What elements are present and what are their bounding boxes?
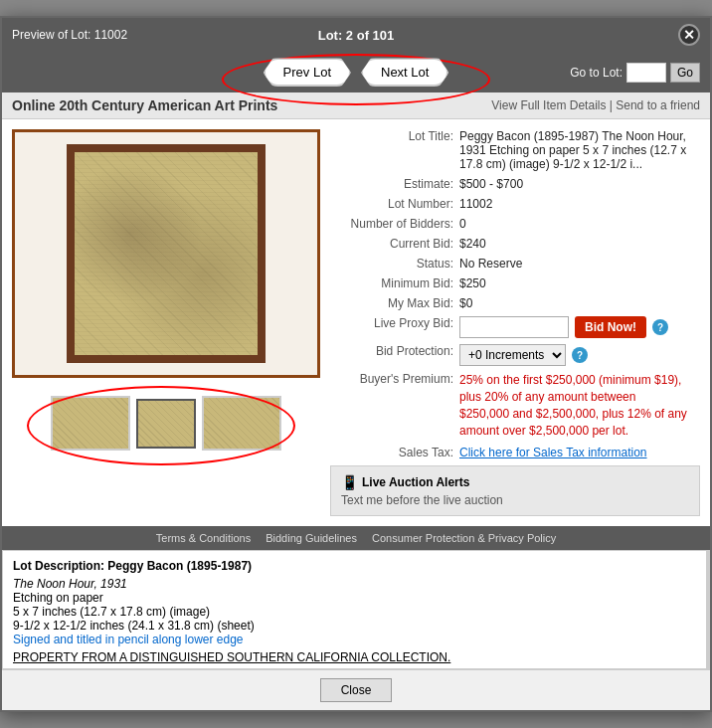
phone-icon: 📱 (341, 474, 358, 490)
status-row: Status: No Reserve (330, 257, 700, 271)
estimate-label: Estimate: (330, 177, 459, 191)
go-to-lot-section: Go to Lot: Go (570, 63, 700, 83)
lot-title-label: Lot Title: (330, 129, 459, 143)
estimate-row: Estimate: $500 - $700 (330, 177, 700, 191)
lot-counter: Lot: 2 of 101 (318, 28, 395, 43)
lot-image (67, 144, 266, 363)
lot-number-row: Lot Number: 11002 (330, 197, 700, 211)
protection-label: Bid Protection: (330, 344, 459, 358)
status-label: Status: (330, 257, 459, 271)
lot-title-value: Peggy Bacon (1895-1987) The Noon Hour, 1… (459, 129, 700, 171)
close-bar: Close (2, 669, 710, 710)
premium-label: Buyer's Premium: (330, 372, 459, 386)
view-full-link[interactable]: View Full Item Details (491, 98, 606, 112)
premium-row: Buyer's Premium: 25% on the first $250,0… (330, 372, 700, 439)
sales-tax-row: Sales Tax: Click here for Sales Tax info… (330, 446, 700, 459)
thumbnail-3[interactable] (202, 396, 281, 451)
current-bid-value: $240 (459, 237, 486, 251)
main-content: Lot Title: Peggy Bacon (1895-1987) The N… (2, 119, 710, 525)
premium-value: 25% on the first $250,000 (minimum $19),… (459, 372, 688, 439)
protection-help-icon[interactable]: ? (572, 347, 588, 363)
image-panel (12, 129, 320, 515)
bidders-row: Number of Bidders: 0 (330, 217, 700, 231)
lot-desc-line3: 5 x 7 inches (12.7 x 17.8 cm) (image) (13, 605, 696, 619)
current-bid-label: Current Bid: (330, 237, 459, 251)
sales-tax-label: Sales Tax: (330, 446, 459, 459)
nav-bar: Prev Lot Next Lot Go to Lot: Go (2, 52, 710, 92)
bid-now-button[interactable]: Bid Now! (575, 316, 646, 338)
modal-header: Preview of Lot: 11002 Lot: 2 of 101 ✕ (2, 18, 710, 52)
prev-lot-button[interactable]: Prev Lot (264, 58, 351, 87)
thumb-image-2 (138, 401, 194, 447)
estimate-value: $500 - $700 (459, 177, 523, 191)
close-button[interactable]: ✕ (678, 24, 700, 46)
close-button-bottom[interactable]: Close (320, 678, 393, 702)
lot-desc-line6: PROPERTY FROM A DISTINGUISHED SOUTHERN C… (13, 650, 696, 664)
max-bid-label: My Max Bid: (330, 296, 459, 310)
status-value: No Reserve (459, 257, 522, 271)
sub-header-links: View Full Item Details | Send to a frien… (491, 98, 700, 112)
lot-title-row: Lot Title: Peggy Bacon (1895-1987) The N… (330, 129, 700, 171)
details-panel: Lot Title: Peggy Bacon (1895-1987) The N… (330, 129, 700, 515)
min-bid-label: Minimum Bid: (330, 276, 459, 290)
lot-desc-line5: Signed and titled in pencil along lower … (13, 633, 696, 646)
alerts-box: 📱 Live Auction Alerts Text me before the… (330, 465, 700, 516)
lot-description: Lot Description: Peggy Bacon (1895-1987)… (2, 550, 710, 669)
alerts-title: 📱 Live Auction Alerts (341, 474, 689, 490)
proxy-bid-input[interactable] (459, 316, 569, 338)
lot-desc-title: Lot Description: Peggy Bacon (1895-1987) (13, 559, 696, 573)
max-bid-row: My Max Bid: $0 (330, 296, 700, 310)
sales-tax-link[interactable]: Click here for Sales Tax information (459, 446, 647, 459)
lot-number-input[interactable] (626, 63, 666, 83)
max-bid-value: $0 (459, 296, 472, 310)
thumb-image-3 (204, 398, 279, 449)
go-button[interactable]: Go (670, 63, 700, 83)
alerts-text: Text me before the live auction (341, 493, 689, 507)
min-bid-value: $250 (459, 276, 486, 290)
lot-number-label: Lot Number: (330, 197, 459, 211)
lot-desc-line2: Etching on paper (13, 591, 696, 605)
protection-row: Bid Protection: +0 Increments ? (330, 344, 700, 366)
proxy-label: Live Proxy Bid: (330, 316, 459, 330)
bidders-label: Number of Bidders: (330, 217, 459, 231)
etching-artwork (75, 152, 258, 355)
thumbnail-2[interactable] (136, 399, 196, 449)
bidding-guidelines-link[interactable]: Bidding Guidelines (266, 532, 357, 544)
current-bid-row: Current Bid: $240 (330, 237, 700, 251)
auction-title: Online 20th Century American Art Prints (12, 97, 277, 113)
proxy-bid-row: Live Proxy Bid: Bid Now! ? (330, 316, 700, 338)
lot-desc-line1: The Noon Hour, 1931 (13, 577, 696, 591)
preview-title: Preview of Lot: 11002 (12, 28, 127, 42)
lot-desc-line4: 9-1/2 x 12-1/2 inches (24.1 x 31.8 cm) (… (13, 619, 696, 633)
footer-links: Terms & Conditions Bidding Guidelines Co… (2, 526, 710, 550)
terms-link[interactable]: Terms & Conditions (156, 532, 251, 544)
thumb-image-1 (53, 398, 128, 449)
bidders-value: 0 (459, 217, 466, 231)
lot-number-value: 11002 (459, 197, 492, 211)
go-to-label: Go to Lot: (570, 66, 623, 80)
bid-help-icon[interactable]: ? (652, 319, 668, 335)
min-bid-row: Minimum Bid: $250 (330, 276, 700, 290)
next-lot-button[interactable]: Next Lot (361, 58, 448, 87)
main-image (12, 129, 320, 378)
proxy-bid-controls: Bid Now! ? (459, 316, 668, 338)
privacy-link[interactable]: Consumer Protection & Privacy Policy (372, 532, 556, 544)
separator: | (606, 98, 616, 112)
send-to-friend-link[interactable]: Send to a friend (616, 98, 700, 112)
sub-header: Online 20th Century American Art Prints … (2, 92, 710, 119)
protection-controls: +0 Increments ? (459, 344, 588, 366)
modal-container: Preview of Lot: 11002 Lot: 2 of 101 ✕ Pr… (0, 16, 712, 711)
increment-select[interactable]: +0 Increments (459, 344, 566, 366)
thumbnail-row (12, 386, 320, 460)
thumbnail-1[interactable] (51, 396, 130, 451)
